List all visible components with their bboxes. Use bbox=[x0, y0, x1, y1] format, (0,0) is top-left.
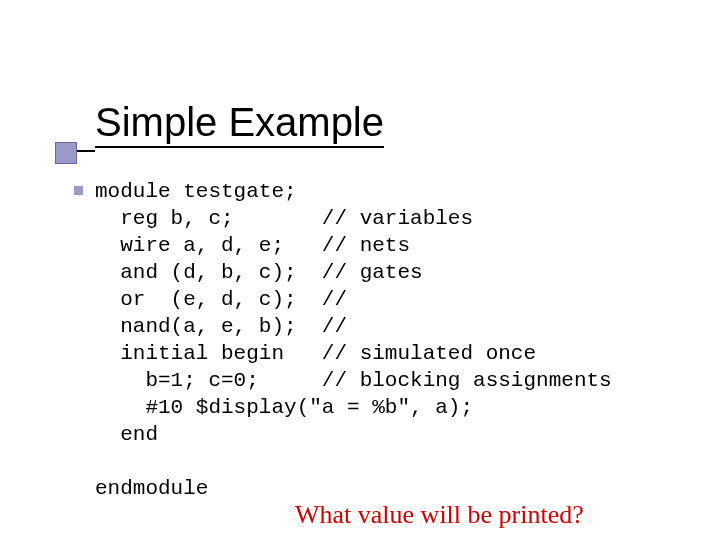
bullet-icon bbox=[74, 186, 83, 195]
title-accent-block bbox=[55, 142, 77, 164]
title-wrap: Simple Example bbox=[95, 100, 384, 145]
slide-title: Simple Example bbox=[95, 100, 384, 148]
code-block: module testgate; reg b, c; // variables … bbox=[95, 178, 612, 502]
question-text: What value will be printed? bbox=[295, 500, 584, 530]
slide: Simple Example module testgate; reg b, c… bbox=[0, 0, 720, 540]
